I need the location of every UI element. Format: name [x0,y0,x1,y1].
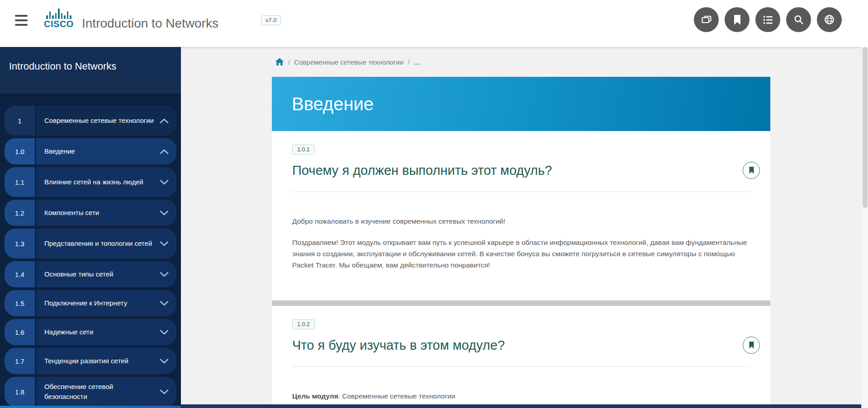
search-icon[interactable] [786,7,811,32]
sidebar-item-body: Современные сетевые технологии [36,106,176,136]
sidebar-item-number: 1.6 [5,319,35,345]
page-scrollbar-track[interactable] [861,47,868,408]
sidebar-nav: 1 Современные сетевые технологии 1.0 Вве… [0,95,181,407]
course-sidebar: Introduction to Networks 1 Современные с… [0,47,181,408]
chevron-up-icon [159,149,169,155]
topic-header: Почему я должен выполнить этот модуль? [292,162,750,179]
sidebar-item-number: 1 [5,106,35,136]
bookmark-icon[interactable] [725,7,749,32]
chevron-down-icon [159,300,169,306]
sidebar-item-body: Представления и топологии сетей [36,229,176,258]
section-paragraph: Добро пожаловать в изучение современных … [292,216,750,227]
chevron-down-icon [159,389,169,395]
sidebar-item-1.8[interactable]: 1.8 Обеспечение сетевой безопасности [5,377,176,407]
cisco-logo-bars-icon [43,7,75,19]
sidebar-item-number: 1.1 [5,167,35,197]
topic-section-1.0.1: 1.0.1 Почему я должен выполнить этот мод… [272,131,770,271]
sidebar-item-1[interactable]: 1 Современные сетевые технологии [5,106,176,136]
sidebar-item-body: Тенденции развития сетей [36,348,176,374]
sidebar-item-1.2[interactable]: 1.2 Компоненты сети [5,200,176,226]
home-icon[interactable] [275,58,284,66]
sidebar-item-body: Компоненты сети [36,200,176,226]
breadcrumb-module-link[interactable]: Современные сетевые технологии [294,58,403,66]
breadcrumb-more-link[interactable]: ... [413,58,421,66]
sections-container: 1.0.1 Почему я должен выполнить этот мод… [272,131,770,402]
sidebar-item-number: 1.5 [5,290,35,316]
sidebar-item-1.6[interactable]: 1.6 Надежные сети [5,319,176,345]
main-area: / Современные сетевые технологии / ... В… [181,47,861,408]
header-toolbar [694,7,842,32]
chevron-down-icon [159,358,169,364]
sidebar-item-label: Основные типы сетей [44,269,159,279]
chevron-down-icon [159,272,169,277]
course-title: Introduction to Networks [82,0,218,47]
hamburger-menu-icon[interactable] [14,14,29,27]
sidebar-item-body: Основные типы сетей [36,261,176,287]
module-banner-title: Введение [292,94,374,114]
sidebar-item-1.7[interactable]: 1.7 Тенденции развития сетей [5,348,176,374]
chevron-up-icon [159,118,169,124]
paragraph-bold-label: Цель модуля [292,392,338,400]
app-header: cisco Introduction to Networks v7.0 [0,0,868,47]
chevron-down-icon [159,329,169,335]
sidebar-item-body: Подключение к Интернету [36,290,176,316]
topic-header: Что я буду изучать в этом модуле? [292,337,750,354]
sidebar-item-1.0[interactable]: 1.0 Введение [5,138,176,164]
sidebar-item-number: 1.8 [5,377,35,407]
bookmark-topic-button[interactable] [743,162,760,179]
cisco-logo: cisco [43,7,75,28]
pages-icon[interactable] [694,7,719,32]
sidebar-item-body: Влияние сетей на жизнь людей [36,167,176,197]
section-paragraph: Поздравляем! Этот модуль открывает вам п… [292,237,750,271]
breadcrumb: / Современные сетевые технологии / ... [181,47,861,77]
sidebar-item-number: 1.0 [5,138,35,164]
sidebar-item-label: Тенденции развития сетей [44,356,159,366]
breadcrumb-separator: / [288,58,290,66]
topic-rule [292,366,750,367]
sidebar-item-body: Надежные сети [36,319,176,345]
sidebar-item-body: Введение [36,138,176,164]
topic-title: Почему я должен выполнить этот модуль? [292,163,552,178]
content-bottom-bar [181,404,861,408]
topic-number-badge: 1.0.2 [292,319,315,329]
topic-section-1.0.2: 1.0.2 Что я буду изучать в этом модуле? … [272,306,770,402]
sidebar-item-label: Влияние сетей на жизнь людей [44,177,159,187]
page-scrollbar-thumb[interactable] [863,47,868,208]
sidebar-item-number: 1.7 [5,348,35,374]
list-icon[interactable] [755,7,780,32]
chevron-down-icon [159,210,169,216]
sidebar-item-body: Обеспечение сетевой безопасности [36,377,176,407]
sidebar-item-1.1[interactable]: 1.1 Влияние сетей на жизнь людей [5,167,176,197]
sidebar-item-number: 1.4 [5,261,35,287]
section-paragraph: Цель модуля: Современные сетевые техноло… [292,390,750,402]
sidebar-item-label: Надежные сети [44,327,159,337]
topic-title: Что я буду изучать в этом модуле? [292,338,505,353]
sidebar-item-label: Введение [44,146,159,156]
section-divider [272,300,770,306]
bookmark-topic-button[interactable] [743,337,760,354]
globe-icon[interactable] [817,7,842,32]
chevron-down-icon [159,179,169,185]
sidebar-header: Introduction to Networks [0,47,181,95]
sidebar-item-1.5[interactable]: 1.5 Подключение к Интернету [5,290,176,316]
breadcrumb-separator: / [408,58,409,66]
sidebar-item-label: Представления и топологии сетей [44,239,159,249]
version-badge: v7.0 [261,15,281,25]
sidebar-item-number: 1.3 [5,229,35,258]
module-banner: Введение [272,77,770,131]
sidebar-item-number: 1.2 [5,200,35,226]
topic-rule [292,192,750,192]
sidebar-item-label: Современные сетевые технологии [44,116,159,126]
cisco-wordmark: cisco [43,19,75,28]
sidebar-item-label: Подключение к Интернету [44,298,159,308]
sidebar-item-label: Компоненты сети [44,208,159,218]
chevron-down-icon [159,241,169,247]
sidebar-item-label: Обеспечение сетевой безопасности [44,382,159,402]
sidebar-item-1.4[interactable]: 1.4 Основные типы сетей [5,261,176,287]
sidebar-bottom-bar [0,406,181,408]
content-card: Введение 1.0.1 Почему я должен выполнить… [272,77,770,408]
topic-number-badge: 1.0.1 [292,145,315,155]
sidebar-course-title: Introduction to Networks [9,61,172,72]
sidebar-item-1.3[interactable]: 1.3 Представления и топологии сетей [5,229,176,258]
